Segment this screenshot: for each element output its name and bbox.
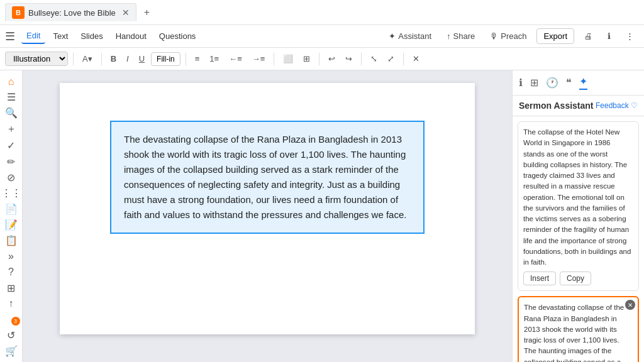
more-options-button[interactable]: ⋮ xyxy=(621,29,639,43)
sidebar-layout-icon[interactable]: ⊞ xyxy=(3,282,20,294)
sidebar-cart-icon[interactable]: 🛒 xyxy=(3,345,20,357)
assistant-label: Assistant xyxy=(398,31,431,41)
toolbar-separator-7 xyxy=(403,53,404,65)
toolbar-separator-5 xyxy=(319,53,319,65)
list-unordered-button[interactable]: ≡ xyxy=(191,52,204,65)
left-sidebar: ⌂ ☰ 🔍 ＋ ✓ ✏ ⊘ ⋮⋮ 📄 📝 📋 » ? ⊞ ↑ ↺ 🛒 xyxy=(0,70,23,362)
tab-favicon: B xyxy=(12,6,25,19)
italic-button[interactable]: I xyxy=(123,52,133,65)
sidebar-add-icon[interactable]: ＋ xyxy=(3,123,20,136)
info-button[interactable]: ℹ xyxy=(602,29,616,43)
share-button[interactable]: ↑ Share xyxy=(441,29,480,43)
indent-increase-button[interactable]: →≡ xyxy=(248,52,269,65)
sidebar-check-icon[interactable]: ✓ xyxy=(3,140,20,151)
sidebar-clipboard-icon[interactable]: 📋 xyxy=(3,234,20,246)
main-layout: ⌂ ☰ 🔍 ＋ ✓ ✏ ⊘ ⋮⋮ 📄 📝 📋 » ? ⊞ ↑ ↺ 🛒 The d… xyxy=(0,70,644,362)
right-panel-body: The collapse of the Hotel New World in S… xyxy=(513,116,644,362)
toolbar-separator-3 xyxy=(186,53,186,65)
share-icon: ↑ xyxy=(447,31,451,41)
undo-button[interactable]: ↩ xyxy=(325,52,339,65)
formatting-toolbar: Illustration A▾ B I U Fill-in ≡ 1≡ ←≡ →≡… xyxy=(0,48,644,70)
toolbar-separator-1 xyxy=(73,53,74,65)
sidebar-block-icon[interactable]: ⊘ xyxy=(3,172,20,184)
card-1-text: The collapse of the Hotel New World in S… xyxy=(523,127,633,268)
tab-close-button[interactable]: ✕ xyxy=(122,8,130,18)
crop-button[interactable]: ⤡ xyxy=(367,52,381,65)
preach-label: Preach xyxy=(501,31,526,41)
sidebar-notification-icon[interactable] xyxy=(3,314,20,326)
menu-item-questions[interactable]: Questions xyxy=(154,29,201,43)
sidebar-notes-icon[interactable]: 📝 xyxy=(3,219,20,231)
toolbar-separator-4 xyxy=(274,53,274,65)
rpanel-info-icon[interactable]: ℹ xyxy=(519,77,523,89)
export-button[interactable]: Export xyxy=(536,28,574,44)
style-dropdown[interactable]: Illustration xyxy=(5,52,68,66)
rpanel-layout-icon[interactable]: ⊞ xyxy=(530,77,538,89)
right-panel: ℹ ⊞ 🕐 ❝ ✦ Sermon Assistant Feedback ♡ Th… xyxy=(512,70,644,362)
menu-actions: ✦ Assistant ↑ Share 🎙 Preach Export 🖨 ℹ … xyxy=(384,28,639,44)
rpanel-sparkle-icon[interactable]: ✦ xyxy=(579,75,587,90)
rpanel-history-icon[interactable]: 🕐 xyxy=(546,77,558,89)
menu-bar: ☰ Edit Text Slides Handout Questions ✦ A… xyxy=(0,25,644,48)
font-size-button[interactable]: A▾ xyxy=(79,52,96,65)
suggestion-card-2: ✕ The devastating collapse of the Rana P… xyxy=(518,296,639,362)
share-label: Share xyxy=(453,31,475,41)
right-panel-tabs: ℹ ⊞ 🕐 ❝ ✦ xyxy=(513,70,644,96)
card-2-text: The devastating collapse of the Rana Pla… xyxy=(524,302,633,362)
clear-format-button[interactable]: ✕ xyxy=(409,52,423,65)
card-1-copy-button[interactable]: Copy xyxy=(560,272,591,285)
content-area: The devastating collapse of the Rana Pla… xyxy=(23,70,512,362)
rpanel-quote-icon[interactable]: ❝ xyxy=(566,77,572,89)
crop2-button[interactable]: ⤢ xyxy=(384,52,398,65)
card-1-actions: Insert Copy xyxy=(523,272,633,285)
menu-item-edit[interactable]: Edit xyxy=(21,28,45,44)
indent-decrease-button[interactable]: ←≡ xyxy=(225,52,246,65)
sidebar-expand-icon[interactable]: » xyxy=(3,250,20,262)
assistant-icon: ✦ xyxy=(389,31,396,41)
right-panel-title: Sermon Assistant xyxy=(519,101,594,111)
preach-icon: 🎙 xyxy=(490,31,498,41)
feedback-link[interactable]: Feedback ♡ xyxy=(596,101,638,110)
fillin-button[interactable]: Fill-in xyxy=(151,52,180,66)
menu-item-slides[interactable]: Slides xyxy=(75,29,108,43)
sidebar-upload-icon[interactable]: ↑ xyxy=(3,298,20,310)
sidebar-document-icon[interactable]: 📄 xyxy=(3,203,20,215)
print-button[interactable]: 🖨 xyxy=(579,29,597,43)
sidebar-grid-icon[interactable]: ⋮⋮ xyxy=(3,187,20,199)
sidebar-search-icon[interactable]: 🔍 xyxy=(3,107,20,119)
browser-tab-bar: B Bullseye: Love the Bible ✕ + xyxy=(0,0,644,25)
tab-add-button[interactable]: + xyxy=(144,7,150,18)
sidebar-menu-icon[interactable]: ☰ xyxy=(3,91,20,103)
menu-item-handout[interactable]: Handout xyxy=(111,29,152,43)
hamburger-menu-icon[interactable]: ☰ xyxy=(5,30,15,43)
toolbar-separator-6 xyxy=(361,53,362,65)
tab-title: Bullseye: Love the Bible xyxy=(28,8,116,18)
preach-button[interactable]: 🎙 Preach xyxy=(485,29,531,43)
table-button[interactable]: ⊞ xyxy=(299,52,314,65)
right-panel-header: Sermon Assistant Feedback ♡ xyxy=(513,96,644,116)
sidebar-help-icon[interactable]: ? xyxy=(3,266,20,278)
redo-button[interactable]: ↪ xyxy=(341,52,356,65)
card-2-close-icon[interactable]: ✕ xyxy=(625,300,635,310)
assistant-button[interactable]: ✦ Assistant xyxy=(384,29,436,43)
sidebar-edit-icon[interactable]: ✏ xyxy=(3,156,20,168)
bold-button[interactable]: B xyxy=(107,52,120,65)
card-1-insert-button[interactable]: Insert xyxy=(523,272,556,285)
suggestion-card-1: The collapse of the Hotel New World in S… xyxy=(518,121,639,291)
image-button[interactable]: ⬜ xyxy=(279,52,297,65)
browser-tab[interactable]: B Bullseye: Love the Bible ✕ xyxy=(5,3,136,21)
list-ordered-button[interactable]: 1≡ xyxy=(206,52,223,65)
sidebar-undo-icon[interactable]: ↺ xyxy=(3,329,20,341)
page-canvas[interactable]: The devastating collapse of the Rana Pla… xyxy=(60,83,475,334)
toolbar-separator-2 xyxy=(101,53,102,65)
menu-item-text[interactable]: Text xyxy=(48,29,73,43)
selected-paragraph[interactable]: The devastating collapse of the Rana Pla… xyxy=(110,121,425,234)
underline-button[interactable]: U xyxy=(135,52,148,65)
sidebar-home-icon[interactable]: ⌂ xyxy=(3,75,20,87)
